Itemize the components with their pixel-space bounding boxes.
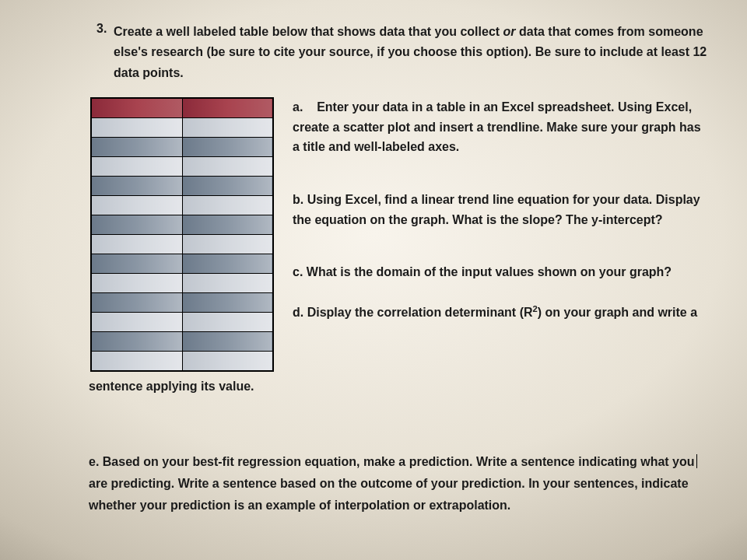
worksheet-page: 3. Create a well labeled table below tha… bbox=[0, 0, 747, 560]
item-c-text: What is the domain of the input values s… bbox=[307, 265, 672, 278]
item-e-letter: e. bbox=[89, 455, 99, 468]
item-d-tail: ) on your graph and write a bbox=[538, 306, 697, 319]
item-b-letter: b. bbox=[293, 193, 303, 206]
prompt-seg2: table below that shows data that you col… bbox=[236, 25, 503, 38]
content-row: a. Enter your data in a table in an Exce… bbox=[90, 97, 716, 372]
item-d-continuation: sentence applying its value. bbox=[89, 376, 716, 397]
table-header-row bbox=[91, 98, 273, 118]
table-row bbox=[91, 254, 273, 274]
item-b: b. Using Excel, find a linear trend line… bbox=[293, 190, 708, 229]
item-d-letter: d. bbox=[293, 306, 303, 319]
item-d: d. Display the correlation determinant (… bbox=[293, 303, 708, 323]
table-row bbox=[91, 157, 273, 177]
prompt-seg1: Create a bbox=[114, 25, 167, 38]
text-cursor-icon bbox=[696, 454, 697, 468]
item-a-letter: a. bbox=[293, 100, 303, 114]
data-table bbox=[90, 97, 274, 372]
prompt-bold: well labeled bbox=[167, 25, 237, 38]
item-a-text: Enter your data in a table in an Excel s… bbox=[293, 100, 701, 153]
table-row bbox=[91, 352, 273, 372]
table-row bbox=[91, 118, 273, 138]
table-row bbox=[91, 215, 273, 235]
table-row bbox=[91, 313, 273, 332]
item-e-text2: are predicting. Write a sentence based o… bbox=[89, 477, 689, 512]
side-items: a. Enter your data in a table in an Exce… bbox=[293, 97, 716, 322]
table-row bbox=[91, 332, 273, 352]
item-e-text1: Based on your best-fit regression equati… bbox=[103, 455, 695, 468]
table-row bbox=[91, 274, 273, 293]
table-row bbox=[91, 177, 273, 196]
item-b-text: Using Excel, find a linear trend line eq… bbox=[293, 193, 700, 226]
table-row bbox=[91, 235, 273, 254]
table-row bbox=[91, 138, 273, 157]
question-prompt: Create a well labeled table below that s… bbox=[114, 22, 716, 83]
question-number: 3. bbox=[96, 22, 107, 36]
item-e: e. Based on your best-fit regression equ… bbox=[89, 451, 716, 516]
table-row bbox=[91, 196, 273, 215]
table-row bbox=[91, 293, 273, 313]
item-a: a. Enter your data in a table in an Exce… bbox=[293, 97, 708, 157]
item-c-letter: c. bbox=[293, 265, 303, 278]
item-d-lead: Display the correlation determinant (R bbox=[307, 306, 533, 319]
data-table-wrap bbox=[90, 97, 274, 372]
item-c: c. What is the domain of the input value… bbox=[293, 262, 708, 282]
prompt-or: or bbox=[503, 25, 516, 38]
